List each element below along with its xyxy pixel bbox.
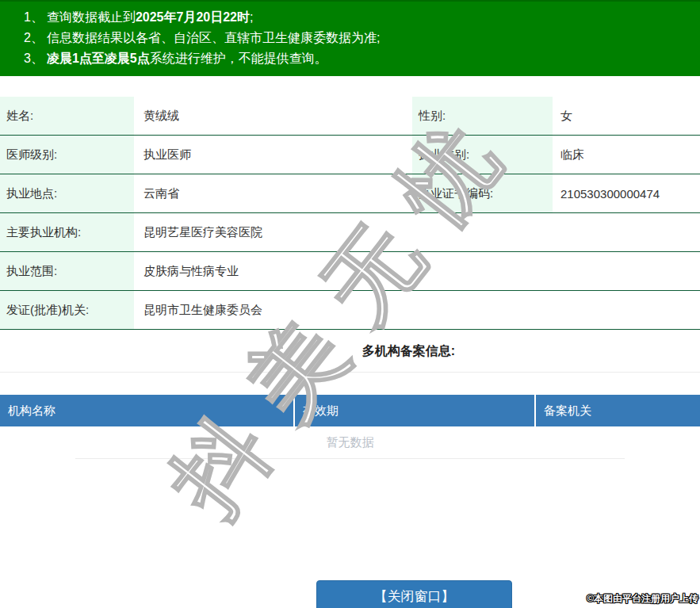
field-value-practice-scope: 皮肤病与性病专业 bbox=[134, 252, 700, 290]
notice-text-bold: 2025年7月20日22时 bbox=[136, 10, 250, 24]
field-label-practice-category: 执业类别: bbox=[412, 136, 553, 174]
field-label-certificate-number: 执业证书编码: bbox=[412, 174, 553, 212]
column-header-validity-period: 有效期 bbox=[295, 395, 534, 426]
notice-line-1: 1、查询数据截止到2025年7月20日22时; bbox=[24, 7, 692, 28]
field-label-doctor-level: 医师级别: bbox=[0, 136, 134, 174]
column-header-filing-authority: 备案机关 bbox=[536, 395, 700, 426]
field-value-practice-location: 云南省 bbox=[134, 174, 412, 212]
empty-data-message: 暂无数据 bbox=[75, 426, 625, 459]
notice-banner: 1、查询数据截止到2025年7月20日22时; 2、信息数据结果以各省、自治区、… bbox=[0, 0, 700, 76]
table-row: 主要执业机构: 昆明艺星医疗美容医院 bbox=[0, 213, 700, 252]
field-label-practice-location: 执业地点: bbox=[0, 174, 134, 212]
table-row: 执业范围: 皮肤病与性病专业 bbox=[0, 252, 700, 291]
field-value-practice-category: 临床 bbox=[553, 136, 700, 174]
field-value-issuing-authority: 昆明市卫生健康委员会 bbox=[134, 291, 700, 329]
field-value-main-institution: 昆明艺星医疗美容医院 bbox=[134, 213, 700, 251]
notice-number: 2、 bbox=[24, 31, 44, 44]
notice-text: ; bbox=[250, 10, 253, 24]
notice-text: 信息数据结果以各省、自治区、直辖市卫生健康委数据为准; bbox=[47, 31, 380, 44]
field-label-main-institution: 主要执业机构: bbox=[0, 213, 134, 251]
close-window-button[interactable]: 【关闭窗口】 bbox=[316, 580, 512, 608]
notice-number: 1、 bbox=[24, 10, 44, 24]
field-value-doctor-level: 执业医师 bbox=[134, 136, 412, 174]
registry-table-header: 机构名称 有效期 备案机关 bbox=[0, 395, 700, 426]
field-label-practice-scope: 执业范围: bbox=[0, 252, 134, 290]
notice-text-bold: 凌晨1点至凌晨5点 bbox=[47, 52, 150, 65]
notice-line-3: 3、凌晨1点至凌晨5点系统进行维护，不能提供查询。 bbox=[24, 48, 692, 69]
field-label-gender: 性别: bbox=[412, 97, 553, 135]
section-title-multi-institution: 多机构备案信息: bbox=[0, 330, 700, 373]
notice-number: 3、 bbox=[24, 52, 44, 65]
field-value-gender: 女 bbox=[553, 97, 700, 135]
notice-line-2: 2、信息数据结果以各省、自治区、直辖市卫生健康委数据为准; bbox=[24, 28, 692, 48]
field-value-name: 黄绒绒 bbox=[134, 97, 412, 135]
field-label-name: 姓名: bbox=[0, 97, 134, 135]
notice-text: 系统进行维护，不能提供查询。 bbox=[150, 52, 327, 65]
table-row: 医师级别: 执业医师 执业类别: 临床 bbox=[0, 136, 700, 174]
table-row: 姓名: 黄绒绒 性别: 女 bbox=[0, 97, 700, 136]
practitioner-info-table: 姓名: 黄绒绒 性别: 女 医师级别: 执业医师 执业类别: 临床 执业地点: … bbox=[0, 97, 700, 330]
upload-credit-text: ©本图由平台注册用户上传 bbox=[587, 592, 698, 606]
field-value-certificate-number: 210530300000474 bbox=[553, 174, 700, 212]
table-row: 执业地点: 云南省 执业证书编码: 210530300000474 bbox=[0, 174, 700, 213]
field-label-issuing-authority: 发证(批准)机关: bbox=[0, 291, 134, 329]
column-header-institution-name: 机构名称 bbox=[0, 395, 293, 426]
notice-text: 查询数据截止到 bbox=[47, 10, 136, 24]
table-row: 发证(批准)机关: 昆明市卫生健康委员会 bbox=[0, 291, 700, 330]
